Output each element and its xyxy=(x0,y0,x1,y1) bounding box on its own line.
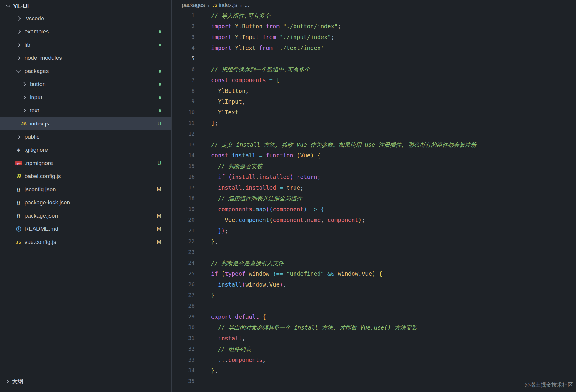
code-text: }); xyxy=(211,225,576,236)
chevron-right-icon xyxy=(16,16,21,21)
code-line-21[interactable]: 21 }); xyxy=(172,225,576,236)
line-number: 33 xyxy=(172,354,195,365)
chevron-right-icon xyxy=(5,379,9,384)
code-line-35[interactable]: 35 xyxy=(172,376,576,387)
code-line-29[interactable]: 29export default { xyxy=(172,311,576,322)
tree-item-label: input xyxy=(30,94,42,101)
tree-item-label: examples xyxy=(25,28,49,35)
tree-item-.vscode[interactable]: .vscode xyxy=(0,12,171,25)
chevron-right-icon xyxy=(16,56,21,60)
code-text: // 判断是否是直接引入文件 xyxy=(211,258,576,268)
code-line-13[interactable]: 13// 定义 install 方法, 接收 Vue 作为参数。如果使用 use… xyxy=(172,139,576,150)
code-text: }; xyxy=(211,236,576,247)
code-line-18[interactable]: 18 // 遍历组件列表并注册全局组件 xyxy=(172,193,576,204)
code-line-27[interactable]: 27} xyxy=(172,290,576,301)
code-line-17[interactable]: 17 install.installed = true; xyxy=(172,182,576,193)
code-line-12[interactable]: 12 xyxy=(172,128,576,139)
code-line-23[interactable]: 23 xyxy=(172,247,576,258)
git-status-badge: M xyxy=(157,213,161,219)
line-number: 26 xyxy=(172,279,195,290)
code-text: // 导入组件,可有多个 xyxy=(211,10,576,21)
explorer-root-header[interactable]: YL-UI xyxy=(0,0,171,11)
panel-outline[interactable]: 大纲 xyxy=(0,375,171,388)
code-line-34[interactable]: 34}; xyxy=(172,365,576,376)
tree-item-jsconfig.json[interactable]: {}jsconfig.jsonM xyxy=(0,183,171,196)
tree-item-node_modules[interactable]: node_modules xyxy=(0,51,171,65)
code-line-25[interactable]: 25if (typeof window !== "undefined" && w… xyxy=(172,268,576,279)
tree-item-package.json[interactable]: {}package.jsonM xyxy=(0,209,171,222)
code-line-16[interactable]: 16 if (install.installed) return; xyxy=(172,172,576,182)
tree-item-label: button xyxy=(30,81,46,88)
code-line-15[interactable]: 15 // 判断是否安装 xyxy=(172,161,576,172)
tree-item-label: lib xyxy=(25,42,30,48)
tree-item-label: package.json xyxy=(25,212,58,219)
code-line-24[interactable]: 24// 判断是否是直接引入文件 xyxy=(172,258,576,268)
chevron-right-icon xyxy=(16,43,21,47)
breadcrumb-item-packages[interactable]: packages xyxy=(182,2,205,8)
line-number: 11 xyxy=(172,118,195,128)
tree-item-examples[interactable]: examples xyxy=(0,25,171,38)
code-line-4[interactable]: 4import YlText from './text/index' xyxy=(172,42,576,53)
code-line-14[interactable]: 14const install = function (Vue) { xyxy=(172,150,576,161)
code-line-26[interactable]: 26 install(window.Vue); xyxy=(172,279,576,290)
json-icon: {} xyxy=(15,199,22,206)
tree-item-label: .gitignore xyxy=(25,147,48,153)
root-folder-name: YL-UI xyxy=(13,3,29,10)
code-text xyxy=(211,53,576,64)
code-text: install.installed = true; xyxy=(211,182,576,193)
code-line-22[interactable]: 22}; xyxy=(172,236,576,247)
code-line-5[interactable]: 5 xyxy=(172,53,576,64)
code-line-8[interactable]: 8 YlButton, xyxy=(172,85,576,96)
tree-item-public[interactable]: public xyxy=(0,130,171,143)
tree-item-.npmignore[interactable]: npm.npmignoreU xyxy=(0,157,171,170)
tree-item-label: packages xyxy=(25,68,49,74)
tree-item-vue.config.js[interactable]: JSvue.config.jsM xyxy=(0,235,171,249)
code-line-1[interactable]: 1// 导入组件,可有多个 xyxy=(172,10,576,21)
breadcrumb: packages›JSindex.js›... xyxy=(172,0,576,10)
code-text: install(window.Vue); xyxy=(211,279,576,290)
tree-item-README.md[interactable]: iREADME.mdM xyxy=(0,222,171,235)
tree-item-.gitignore[interactable]: ◆.gitignore xyxy=(0,143,171,157)
code-text: if (typeof window !== "undefined" && win… xyxy=(211,268,576,279)
code-line-7[interactable]: 7const components = [ xyxy=(172,75,576,85)
code-line-20[interactable]: 20 Vue.component(component.name, compone… xyxy=(172,215,576,225)
breadcrumb-item-index.js[interactable]: JSindex.js xyxy=(212,2,237,8)
git-status-badge: U xyxy=(157,160,161,166)
code-line-2[interactable]: 2import YlButton from "./button/index"; xyxy=(172,21,576,32)
tree-item-packages[interactable]: packages xyxy=(0,65,171,78)
code-area[interactable]: 1// 导入组件,可有多个2import YlButton from "./bu… xyxy=(172,10,576,387)
git-status-badge: U xyxy=(157,121,161,127)
tree-item-babel.config.js[interactable]: Bbabel.config.js xyxy=(0,170,171,183)
code-line-32[interactable]: 32 // 组件列表 xyxy=(172,344,576,354)
code-line-6[interactable]: 6// 把组件保存到一个数组中,可有多个 xyxy=(172,64,576,75)
npm-icon: npm xyxy=(15,160,22,167)
line-number: 21 xyxy=(172,225,195,236)
git-status-dot xyxy=(159,83,161,86)
tree-item-label: text xyxy=(30,107,39,114)
panel-timeline[interactable]: 时间线 xyxy=(0,388,171,392)
code-line-9[interactable]: 9 YlInput, xyxy=(172,96,576,107)
code-line-28[interactable]: 28 xyxy=(172,301,576,311)
babel-icon: B xyxy=(15,173,22,180)
code-text: // 判断是否安装 xyxy=(211,161,576,172)
tree-item-package-lock.json[interactable]: {}package-lock.json xyxy=(0,196,171,209)
code-line-11[interactable]: 11]; xyxy=(172,118,576,128)
code-line-10[interactable]: 10 YlText xyxy=(172,107,576,118)
line-number: 28 xyxy=(172,301,195,311)
code-line-3[interactable]: 3import YlInput from "./input/index"; xyxy=(172,32,576,42)
breadcrumb-item-...[interactable]: ... xyxy=(245,2,249,8)
tree-item-button[interactable]: button xyxy=(0,78,171,91)
code-line-33[interactable]: 33 ...components, xyxy=(172,354,576,365)
tree-item-text[interactable]: text xyxy=(0,104,171,117)
code-line-31[interactable]: 31 install, xyxy=(172,333,576,344)
line-number: 3 xyxy=(172,32,195,42)
git-status-badge: M xyxy=(157,239,161,245)
code-text: ]; xyxy=(211,118,576,128)
code-line-30[interactable]: 30 // 导出的对象必须具备一个 install 方法, 才能被 Vue.us… xyxy=(172,322,576,333)
git-status-badge: M xyxy=(157,186,161,193)
tree-item-index.js[interactable]: JSindex.jsU xyxy=(0,117,171,130)
chevron-right-icon xyxy=(22,108,26,113)
code-line-19[interactable]: 19 components.map((component) => { xyxy=(172,204,576,215)
tree-item-input[interactable]: input xyxy=(0,91,171,104)
tree-item-lib[interactable]: lib xyxy=(0,38,171,51)
